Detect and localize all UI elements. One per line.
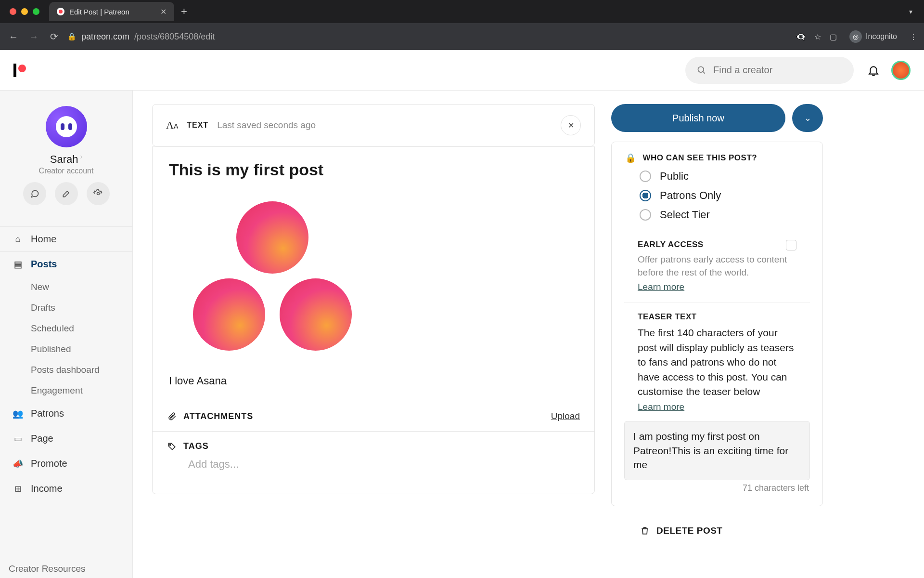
bookmark-star-icon[interactable]: ☆ — [814, 32, 821, 41]
notifications-icon[interactable] — [867, 64, 880, 77]
svg-point-2 — [97, 193, 99, 195]
browser-tab[interactable]: Edit Post | Patreon ✕ — [49, 2, 174, 21]
creator-resources-link[interactable]: Creator Resources — [9, 564, 85, 574]
profile-subtitle: Creator account — [39, 167, 94, 175]
svg-point-3 — [169, 444, 171, 446]
svg-point-0 — [698, 66, 704, 72]
post-type-label: TEXT — [187, 121, 208, 130]
panel-icon[interactable]: ▢ — [830, 32, 837, 41]
publish-menu-button[interactable]: ⌄ — [792, 104, 823, 132]
profile-picture[interactable] — [46, 106, 87, 147]
edit-icon[interactable] — [55, 182, 78, 205]
delete-post-label: DELETE POST — [656, 525, 722, 536]
profile-block: Sarah› Creator account — [0, 99, 132, 214]
text-type-icon: AA — [166, 119, 178, 131]
app-header — [0, 50, 924, 91]
sidebar-item-label: Home — [31, 234, 56, 245]
eye-off-icon[interactable]: 👁‍🗨 — [796, 32, 806, 41]
sidebar-item-patrons[interactable]: 👥Patrons — [0, 401, 132, 426]
early-access-learn-more[interactable]: Learn more — [638, 282, 684, 292]
visibility-tier[interactable]: Select Tier — [640, 209, 809, 221]
url-host: patreon.com — [81, 32, 129, 42]
radio-label: Select Tier — [660, 209, 710, 221]
radio-label: Patrons Only — [660, 189, 721, 202]
minimize-window-icon[interactable] — [21, 8, 28, 15]
tags-label: TAGS — [183, 441, 209, 451]
search-icon — [697, 66, 706, 75]
search-input[interactable] — [713, 65, 842, 76]
sidebar-sub-new[interactable]: New — [31, 276, 132, 297]
sidebar-item-page[interactable]: ▭Page — [0, 426, 132, 451]
teaser-desc: The first 140 characters of your post wi… — [638, 326, 796, 399]
browser-chrome: Edit Post | Patreon ✕ + ▾ ← → ⟳ 🔒 patreo… — [0, 0, 924, 50]
favicon-icon — [57, 8, 64, 15]
sidebar-sub-published[interactable]: Published — [31, 339, 132, 359]
avatar[interactable] — [891, 61, 911, 80]
visibility-public[interactable]: Public — [640, 170, 809, 183]
lock-icon: 🔒 — [625, 153, 636, 163]
new-tab-button[interactable]: + — [181, 5, 187, 18]
sidebar: Sarah› Creator account ⌂Home ▤Posts New … — [0, 50, 133, 578]
attachments-section: ATTACHMENTS Upload — [152, 401, 595, 432]
tab-title: Edit Post | Patreon — [69, 8, 129, 16]
forward-button[interactable]: → — [27, 31, 40, 42]
browser-menu-icon[interactable]: ⋮ — [910, 32, 917, 41]
paperclip-icon — [167, 411, 177, 421]
tabs-overflow-icon[interactable]: ▾ — [909, 8, 918, 15]
search-bar[interactable] — [685, 57, 854, 84]
address-bar[interactable]: 🔒 patreon.com/posts/68054508/edit — [67, 32, 215, 42]
upload-link[interactable]: Upload — [551, 411, 580, 421]
incognito-label: Incognito — [866, 32, 897, 41]
delete-post-button[interactable]: DELETE POST — [611, 516, 823, 536]
back-button[interactable]: ← — [7, 31, 20, 42]
sidebar-sub-dashboard[interactable]: Posts dashboard — [31, 359, 132, 380]
patrons-icon: 👥 — [13, 408, 23, 419]
attachments-label: ATTACHMENTS — [183, 411, 253, 421]
patreon-logo[interactable] — [13, 64, 26, 77]
gear-icon[interactable] — [87, 182, 110, 205]
visibility-title: WHO CAN SEE THIS POST? — [643, 153, 757, 163]
early-access-desc: Offer patrons early access to content be… — [638, 253, 796, 279]
sidebar-sub-engagement[interactable]: Engagement — [31, 380, 132, 401]
close-editor-button[interactable]: ✕ — [561, 115, 581, 135]
megaphone-icon: 📣 — [13, 459, 23, 469]
trash-icon — [640, 525, 650, 536]
reload-button[interactable]: ⟳ — [47, 31, 61, 42]
profile-name: Sarah — [50, 153, 78, 166]
incognito-icon: ◎ — [849, 30, 862, 43]
incognito-indicator[interactable]: ◎ Incognito — [846, 28, 901, 45]
tags-input[interactable]: Add tags... — [167, 451, 260, 484]
sidebar-item-home[interactable]: ⌂Home — [0, 226, 132, 251]
sidebar-sub-drafts[interactable]: Drafts — [31, 297, 132, 318]
sidebar-item-income[interactable]: ⊞Income — [0, 476, 132, 501]
sidebar-item-label: Promote — [31, 458, 67, 469]
chat-icon[interactable] — [23, 182, 46, 205]
sidebar-item-posts[interactable]: ▤Posts — [0, 251, 132, 276]
teaser-char-counter: 71 characters left — [612, 483, 822, 493]
close-window-icon[interactable] — [10, 8, 16, 15]
sidebar-item-label: Page — [31, 433, 53, 444]
chevron-right-icon[interactable]: › — [80, 153, 83, 160]
post-header-card: AA TEXT Last saved seconds ago ✕ — [152, 104, 595, 146]
posts-icon: ▤ — [13, 259, 23, 270]
post-title[interactable]: This is my first post — [169, 160, 578, 179]
visibility-patrons[interactable]: Patrons Only — [640, 189, 809, 202]
url-path: /posts/68054508/edit — [134, 32, 215, 42]
maximize-window-icon[interactable] — [33, 8, 39, 15]
sidebar-item-promote[interactable]: 📣Promote — [0, 451, 132, 476]
post-body-text[interactable]: I love Asana — [169, 375, 578, 387]
early-access-title: EARLY ACCESS — [638, 240, 704, 250]
visibility-panel: 🔒WHO CAN SEE THIS POST? Public Patrons O… — [611, 142, 823, 506]
publish-button[interactable]: Publish now — [611, 104, 785, 132]
teaser-textarea[interactable]: I am posting my first post on Patreon!Th… — [624, 421, 810, 480]
autosave-status: Last saved seconds ago — [217, 120, 316, 131]
early-access-checkbox[interactable] — [786, 240, 796, 250]
teaser-title: TEASER TEXT — [638, 312, 697, 322]
window-controls[interactable] — [10, 8, 39, 15]
sidebar-item-label: Patrons — [31, 408, 64, 419]
teaser-learn-more[interactable]: Learn more — [638, 402, 684, 412]
tag-icon — [167, 442, 177, 451]
close-tab-icon[interactable]: ✕ — [160, 7, 167, 16]
post-image[interactable] — [169, 192, 578, 365]
sidebar-sub-scheduled[interactable]: Scheduled — [31, 318, 132, 339]
